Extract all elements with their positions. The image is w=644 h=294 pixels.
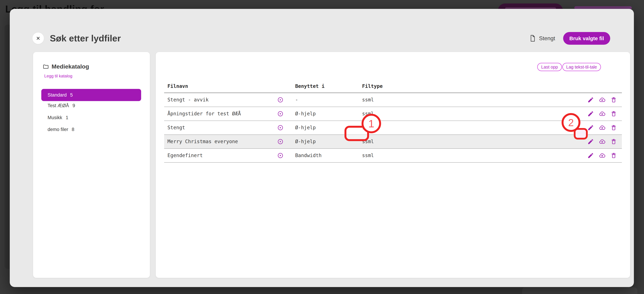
column-header-filnavn: Filnavn — [168, 83, 188, 89]
download-cloud-icon[interactable] — [599, 111, 606, 117]
catalog-item-standard[interactable]: Standard 5 — [41, 89, 141, 101]
search-audio-files-modal: Søk etter lydfiler Stengt Bruk valgte fi… — [10, 9, 634, 287]
document-icon — [530, 34, 536, 42]
catalog-item-count: 9 — [72, 103, 75, 108]
filename-cell: Stengt — [168, 121, 185, 135]
edit-pencil-icon[interactable] — [587, 152, 594, 159]
selected-file-label: Stengt — [539, 35, 555, 42]
annotation-marker-2: 2 — [562, 113, 580, 132]
table-row[interactable]: Stengt Ø-hjelp ssml — [164, 121, 622, 135]
catalog-item-label: Test ÆØÅ — [48, 103, 69, 108]
use-selected-file-button[interactable]: Bruk valgte fil — [563, 32, 610, 45]
column-header-filtype: Filtype — [362, 83, 383, 89]
play-button[interactable] — [278, 97, 283, 103]
used-in-cell: Bandwidth — [295, 149, 322, 162]
catalog-heading: Mediekatalog — [43, 63, 89, 70]
catalog-item-count: 8 — [72, 127, 74, 132]
close-icon — [35, 35, 41, 41]
edit-pencil-icon[interactable] — [587, 138, 594, 145]
annotation-marker-1: 1 — [362, 114, 381, 133]
files-panel — [156, 52, 630, 278]
play-button[interactable] — [278, 139, 283, 145]
filename-cell: Merry Christmas everyone — [168, 135, 238, 148]
filename-cell: Åpningstider for test ØÆÅ — [168, 107, 241, 121]
catalog-item-musikk[interactable]: Musikk 1 — [41, 112, 141, 124]
close-button[interactable] — [32, 32, 44, 44]
used-in-cell: Ø-hjelp — [295, 135, 316, 148]
catalog-item-label: Musikk — [48, 115, 62, 120]
play-button[interactable] — [278, 125, 283, 131]
catalog-heading-label: Mediekatalog — [52, 63, 89, 70]
column-header-benyttet: Benyttet i — [295, 83, 324, 89]
used-in-cell: Ø-hjelp — [295, 121, 316, 135]
catalog-item-label: demo filer — [48, 127, 68, 132]
table-row[interactable]: Åpningstider for test ØÆÅ Ø-hjelp ssml — [164, 107, 622, 121]
edit-pencil-icon[interactable] — [587, 97, 594, 103]
filetype-cell: ssml — [362, 149, 374, 162]
screen: Legg til handling for Søk etter lydfiler — [0, 0, 644, 294]
folder-icon — [43, 64, 49, 69]
filename-cell: Egendefinert — [168, 149, 203, 162]
delete-trash-icon[interactable] — [610, 152, 617, 159]
filetype-cell: ssml — [362, 93, 374, 107]
delete-trash-icon[interactable] — [610, 138, 617, 145]
create-tts-button[interactable]: Lag tekst-til-tale — [562, 63, 601, 71]
catalog-item-demo-filer[interactable]: demo filer 8 — [41, 123, 141, 136]
play-button[interactable] — [278, 152, 283, 158]
media-catalog-sidebar — [33, 52, 150, 278]
edit-pencil-icon[interactable] — [587, 111, 594, 117]
catalog-item-count: 5 — [70, 92, 73, 98]
catalog-item-label: Standard — [48, 92, 67, 98]
used-in-cell: Ø-hjelp — [295, 107, 316, 121]
background-bottom-panel-edge — [522, 288, 638, 294]
delete-trash-icon[interactable] — [610, 124, 617, 131]
catalog-item-test[interactable]: Test ÆØÅ 9 — [41, 100, 141, 112]
table-row[interactable]: Stengt - avvik - ssml — [164, 93, 622, 107]
upload-button[interactable]: Last opp — [537, 63, 562, 71]
table-row-highlighted[interactable]: Merry Christmas everyone Ø-hjelp ssml — [164, 135, 622, 149]
delete-trash-icon[interactable] — [610, 111, 617, 117]
add-catalog-link[interactable]: Legg til katalog — [44, 74, 72, 78]
download-cloud-icon[interactable] — [599, 152, 606, 159]
filename-cell: Stengt - avvik — [168, 93, 208, 107]
download-cloud-icon[interactable] — [599, 138, 606, 145]
annotation-number: 1 — [368, 118, 374, 130]
modal-title: Søk etter lydfiler — [50, 32, 121, 44]
selected-file-indicator: Stengt — [530, 32, 555, 44]
play-button[interactable] — [278, 111, 283, 117]
table-row[interactable]: Egendefinert Bandwidth ssml — [164, 149, 622, 163]
download-cloud-icon[interactable] — [599, 124, 606, 131]
catalog-item-count: 1 — [66, 115, 68, 120]
edit-pencil-icon[interactable] — [587, 124, 594, 131]
used-in-cell: - — [295, 93, 298, 107]
download-cloud-icon[interactable] — [599, 97, 606, 103]
delete-trash-icon[interactable] — [610, 97, 617, 103]
annotation-number: 2 — [568, 117, 574, 128]
